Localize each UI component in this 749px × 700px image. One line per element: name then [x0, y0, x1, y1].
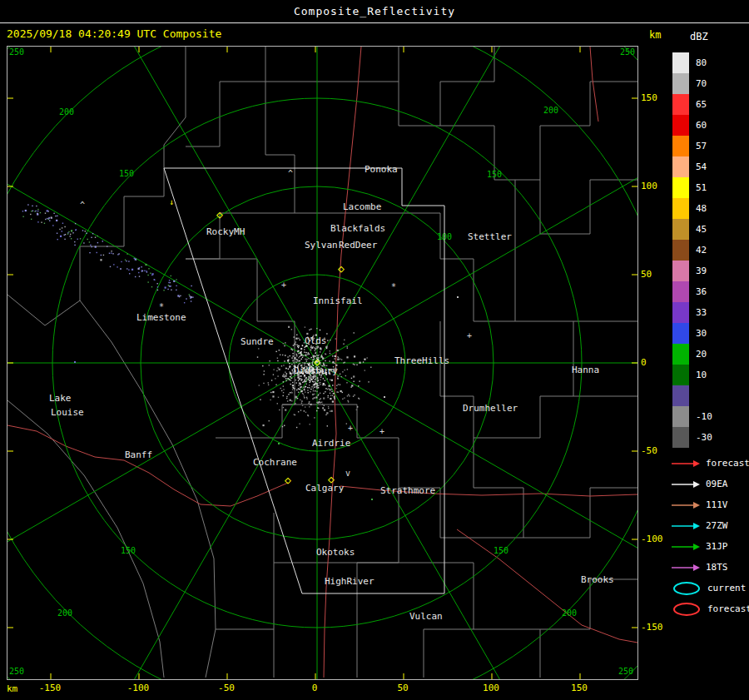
echo-dot — [35, 211, 36, 211]
scale-block-80: 80 — [672, 52, 712, 73]
scale-swatch — [672, 427, 689, 448]
echo-dot — [280, 355, 280, 355]
dbz-colorbar: 80706560575451484542393633302010-10-30 — [672, 52, 712, 448]
echo-dot — [363, 361, 364, 362]
echo-dot — [70, 234, 71, 235]
echo-dot — [295, 396, 297, 398]
x-axis-label: 100 — [483, 683, 499, 693]
echo-dot — [314, 347, 315, 348]
echo-dot — [190, 297, 191, 298]
echo-dot — [310, 391, 310, 392]
echo-dot — [285, 380, 286, 381]
echo-dot — [290, 355, 290, 356]
echo-dot — [331, 380, 333, 381]
echo-dot — [135, 276, 136, 277]
echo-dot — [320, 377, 321, 378]
echo-dot — [74, 245, 75, 246]
echo-dot — [32, 206, 32, 206]
arrow-icon — [671, 500, 701, 510]
city-label-threehills: ThreeHills — [394, 355, 449, 366]
echo-dot — [371, 499, 373, 500]
echo-dot — [298, 347, 299, 348]
echo-dot — [289, 363, 290, 364]
echo-dot — [315, 396, 317, 398]
scale-swatch — [672, 73, 689, 94]
echo-dot — [289, 380, 290, 380]
echo-dot — [110, 266, 111, 267]
echo-dot — [323, 393, 324, 394]
echo-dot — [305, 381, 306, 382]
echo-dot — [327, 340, 328, 340]
ring-distance-label: 150 — [487, 170, 502, 179]
echo-dot — [273, 374, 274, 375]
echo-dot — [277, 375, 278, 376]
echo-dot — [72, 232, 73, 233]
echo-dot — [358, 398, 359, 399]
echo-dot — [272, 395, 274, 397]
echo-dot — [384, 396, 385, 398]
echo-dot — [285, 375, 286, 377]
echo-dot — [168, 285, 169, 285]
echo-dot — [126, 268, 127, 269]
echo-dot — [335, 338, 336, 339]
echo-dot — [320, 330, 320, 330]
echo-dot — [305, 326, 305, 327]
echo-dot — [293, 345, 294, 345]
scale-value-label: 20 — [696, 344, 707, 365]
echo-dot — [285, 371, 285, 372]
echo-dot — [331, 410, 333, 412]
echo-dot — [312, 398, 313, 399]
city-label-brooks: Brooks — [581, 574, 614, 585]
echo-dot — [353, 375, 355, 377]
echo-dot — [279, 350, 280, 350]
city-label-olds: Olds — [305, 335, 327, 346]
echo-dot — [301, 379, 302, 380]
echo-dot — [290, 365, 290, 366]
scale-value-label: 39 — [696, 261, 707, 281]
echo-dot — [285, 342, 285, 343]
echo-dot — [288, 378, 289, 379]
echo-dot — [111, 252, 112, 253]
site-markers: ↓◇◇◇◇◇++**++^^v — [80, 169, 472, 486]
echo-dot — [262, 365, 263, 366]
echo-dot — [173, 280, 175, 282]
echo-dot — [44, 223, 45, 224]
echo-dot — [344, 362, 345, 363]
echo-dot — [321, 401, 322, 402]
echo-dot — [359, 380, 360, 381]
scale-value-label: 54 — [696, 156, 707, 177]
echo-dot — [309, 401, 310, 402]
y-axis-label: -50 — [641, 445, 657, 456]
echo-dot — [293, 336, 294, 337]
echo-dot — [349, 395, 350, 396]
echo-dot — [288, 369, 289, 370]
echo-dot — [275, 385, 276, 385]
echo-dot — [347, 348, 348, 349]
echo-dot — [332, 361, 334, 363]
legend-label: forecast — [706, 458, 749, 469]
echo-dot — [277, 367, 278, 368]
echo-dot — [111, 251, 112, 251]
echo-dot — [45, 219, 46, 220]
echo-dot — [324, 405, 325, 406]
echo-dot — [303, 381, 304, 382]
echo-dot — [156, 283, 157, 284]
echo-dot — [295, 357, 296, 359]
echo-dot — [309, 380, 310, 381]
echo-dot — [184, 302, 185, 303]
y-axis-label: -100 — [641, 534, 663, 544]
city-label-lake: Lake — [49, 393, 72, 404]
echo-dot — [310, 382, 310, 383]
scale-block-45: 45 — [672, 219, 712, 240]
echo-dot — [285, 355, 285, 355]
legend-ellipse-current: current — [671, 578, 749, 598]
radar-map: 250200150250200150100150200250150200250 … — [7, 46, 638, 680]
echo-dot — [303, 387, 304, 388]
echo-dot — [326, 412, 328, 414]
echo-dot — [308, 392, 309, 393]
echo-dot — [321, 356, 323, 358]
echo-dot — [139, 267, 140, 268]
echo-dot — [327, 345, 328, 346]
echo-dot — [330, 410, 330, 411]
echo-dot — [297, 361, 298, 362]
